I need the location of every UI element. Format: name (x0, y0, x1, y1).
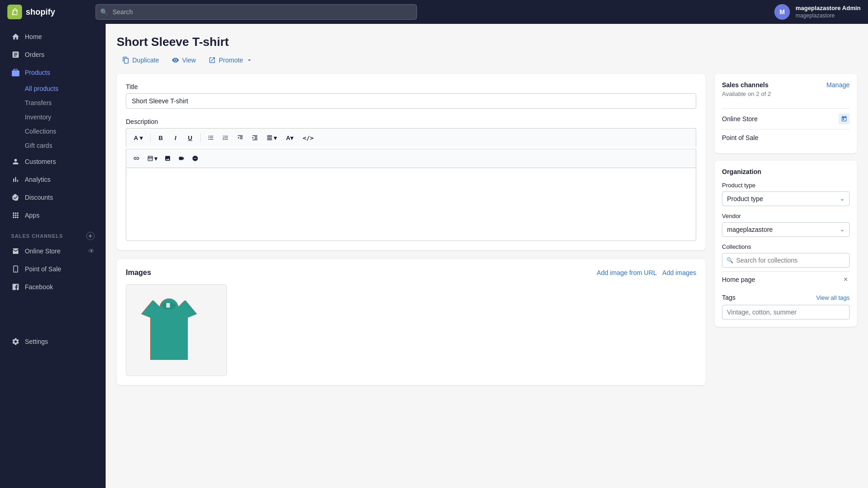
sidebar-item-home-label: Home (25, 33, 42, 40)
bold-btn[interactable]: B (154, 131, 167, 144)
avatar: M (774, 4, 790, 20)
promote-label: Promote (219, 56, 243, 64)
add-images-btn[interactable]: Add images (662, 269, 696, 276)
add-sales-channel-btn[interactable]: + (86, 232, 95, 240)
sidebar-item-analytics-label: Analytics (25, 176, 51, 183)
toolbar-sep-1 (150, 133, 151, 142)
duplicate-button[interactable]: Duplicate (117, 54, 164, 67)
duplicate-icon (122, 56, 130, 64)
sidebar-item-orders-label: Orders (25, 51, 45, 58)
home-icon (11, 32, 20, 41)
sidebar-sub-collections[interactable]: Collections (4, 124, 102, 138)
sidebar-item-discounts[interactable]: Discounts (4, 189, 102, 206)
sidebar-item-apps[interactable]: Apps (4, 207, 102, 224)
collections-search-input[interactable] (722, 253, 850, 268)
sales-channels-section: SALES CHANNELS + (0, 224, 106, 242)
sidebar-item-settings-label: Settings (25, 338, 48, 345)
video-btn[interactable] (175, 152, 188, 165)
sidebar-sub-gift-cards[interactable]: Gift cards (4, 139, 102, 152)
promote-button[interactable]: Promote (203, 54, 259, 67)
product-image-area (126, 284, 696, 376)
tags-label: Tags (722, 294, 736, 301)
title-input[interactable] (126, 93, 696, 109)
sidebar-sub-inventory[interactable]: Inventory (4, 110, 102, 124)
image-btn[interactable] (161, 152, 174, 165)
content-grid: Title Description A ▾ B I U (117, 74, 857, 394)
online-store-visibility-icon: 👁 (88, 247, 95, 255)
images-actions: Add image from URL Add images (597, 269, 696, 276)
collection-remove-btn[interactable]: × (842, 275, 850, 284)
align-btn[interactable]: ▾ (263, 131, 280, 144)
product-type-select-wrap: Product type (722, 191, 850, 206)
product-type-section: Product type Product type (722, 182, 850, 206)
logo-text: shopify (26, 7, 55, 17)
products-icon (11, 68, 20, 77)
vendor-select-wrap: mageplazastore (722, 222, 850, 237)
sidebar-item-pos-label: Point of Sale (25, 265, 61, 273)
sidebar-sub-transfers[interactable]: Transfers (4, 96, 102, 110)
images-card: Images Add image from URL Add images (117, 259, 705, 385)
code-btn[interactable]: </> (302, 131, 315, 144)
search-input[interactable] (96, 4, 417, 20)
tags-input[interactable] (722, 305, 850, 320)
collections-search-wrap: 🔍 (722, 253, 850, 268)
search-bar[interactable]: 🔍 (96, 4, 417, 20)
sidebar-item-discounts-label: Discounts (25, 194, 53, 201)
product-image-1[interactable] (126, 284, 227, 376)
sc-online-store-label: Online Store (722, 115, 758, 123)
product-type-select[interactable]: Product type (722, 191, 850, 206)
sidebar-item-apps-label: Apps (25, 212, 39, 219)
vendor-select[interactable]: mageplazastore (722, 222, 850, 237)
toolbar-row-1: A ▾ B I U (130, 131, 315, 144)
manage-btn[interactable]: Manage (826, 81, 850, 89)
view-label: View (182, 56, 196, 64)
sidebar-sub-gift-cards-label: Gift cards (25, 142, 52, 149)
sidebar-sub-inventory-label: Inventory (25, 113, 51, 121)
indent-right-btn[interactable] (248, 131, 261, 144)
calendar-icon (839, 113, 850, 124)
sidebar-sub-all-products-label: All products (25, 85, 58, 92)
layout: Home Orders Products All products Transf… (0, 24, 868, 488)
sales-channels-card: Sales channels Available on 2 of 2 Manag… (715, 74, 857, 153)
link-btn[interactable] (130, 152, 143, 165)
collection-tag: Home page × (722, 271, 850, 287)
font-style-btn[interactable]: A ▾ (130, 131, 147, 144)
sidebar-item-orders[interactable]: Orders (4, 46, 102, 63)
sidebar-item-products[interactable]: Products (4, 64, 102, 81)
sidebar-item-facebook[interactable]: Facebook (4, 278, 102, 296)
view-button[interactable]: View (166, 54, 201, 67)
sidebar-item-customers[interactable]: Customers (4, 153, 102, 170)
org-title: Organization (722, 168, 850, 175)
eye-icon (172, 56, 179, 64)
text-color-btn[interactable]: A▾ (282, 131, 298, 144)
store-icon (11, 247, 20, 256)
underline-btn[interactable]: U (184, 131, 197, 144)
no-format-btn[interactable] (189, 152, 202, 165)
tags-header: Tags View all tags (722, 294, 850, 301)
description-area[interactable] (126, 168, 696, 241)
sidebar-item-pos[interactable]: Point of Sale (4, 260, 102, 278)
sidebar-item-home[interactable]: Home (4, 28, 102, 45)
collections-section: Collections 🔍 Home page × (722, 243, 850, 287)
page-title: Short Sleeve T-shirt (117, 35, 857, 49)
sidebar-item-products-label: Products (25, 69, 50, 76)
italic-btn[interactable]: I (169, 131, 182, 144)
sc-subtitle: Available on 2 of 2 (722, 90, 771, 97)
collections-search-icon: 🔍 (727, 257, 733, 264)
view-all-tags-btn[interactable]: View all tags (816, 294, 850, 301)
add-from-url-btn[interactable]: Add image from URL (597, 269, 657, 276)
customers-icon (11, 157, 20, 166)
sidebar-item-analytics[interactable]: Analytics (4, 171, 102, 188)
ul-btn[interactable] (204, 131, 217, 144)
sc-pos-label: Point of Sale (722, 134, 758, 141)
table-btn[interactable]: ▾ (144, 152, 160, 165)
page-actions: Duplicate View Promote (117, 54, 857, 67)
indent-left-btn[interactable] (234, 131, 247, 144)
sidebar-item-settings[interactable]: Settings (4, 333, 102, 350)
ol-btn[interactable] (219, 131, 232, 144)
promote-icon (209, 56, 216, 64)
search-icon: 🔍 (100, 8, 108, 16)
sidebar-sub-all-products[interactable]: All products (4, 82, 102, 95)
apps-icon (11, 211, 20, 220)
sidebar-item-online-store[interactable]: Online Store 👁 (4, 242, 102, 260)
